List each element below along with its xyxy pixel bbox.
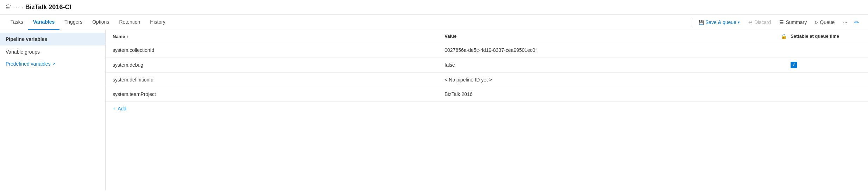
sidebar-item-variable-groups[interactable]: Variable groups — [0, 46, 105, 58]
name-column-header: Name ↑ — [113, 34, 445, 39]
settable-column-header: Settable at queue time — [791, 34, 861, 39]
toolbar-divider — [691, 17, 691, 27]
row-name: system.debug — [113, 62, 445, 68]
toolbar-actions: 💾 Save & queue ▾ ↩ Discard ☰ Summary ▷ Q… — [695, 17, 851, 27]
row-value: < No pipeline ID yet > — [445, 77, 776, 83]
pencil-icon: ✏ — [854, 19, 859, 25]
table-row: system.definitionId < No pipeline ID yet… — [106, 73, 868, 87]
play-icon: ▷ — [815, 20, 818, 25]
save-queue-button[interactable]: 💾 Save & queue ▾ — [695, 17, 743, 27]
toolbar: Tasks Variables Triggers Options Retenti… — [0, 15, 868, 30]
more-actions-button[interactable]: ··· — [839, 17, 851, 27]
summary-icon: ☰ — [779, 19, 784, 25]
row-value: BizTalk 2016 — [445, 91, 776, 97]
value-column-header: Value — [445, 34, 776, 39]
sort-icon[interactable]: ↑ — [126, 34, 128, 38]
row-name: system.definitionId — [113, 77, 445, 83]
row-name: system.collectionId — [113, 47, 445, 53]
save-icon: 💾 — [698, 20, 704, 25]
edit-button[interactable]: ✏ — [851, 17, 862, 28]
predefined-variables-label: Predefined variables — [6, 61, 51, 67]
tab-tasks[interactable]: Tasks — [6, 15, 28, 30]
page-title: BizTalk 2016-CI — [25, 4, 71, 11]
tab-history[interactable]: History — [145, 15, 170, 30]
sidebar-item-pipeline-variables[interactable]: Pipeline variables — [0, 33, 105, 46]
app-icon: 🏛 — [6, 4, 11, 11]
variables-table: Name ↑ Value 🔒 Settable at queue time sy… — [106, 30, 868, 190]
queue-button[interactable]: ▷ Queue — [812, 17, 838, 27]
row-value: 0027856a-de5c-4d19-8337-cea99501ec0f — [445, 47, 776, 53]
undo-icon: ↩ — [748, 19, 753, 25]
ellipsis-icon: ··· — [843, 19, 847, 25]
add-label: Add — [118, 106, 126, 111]
breadcrumb: 🏛 ··· › BizTalk 2016-CI — [0, 0, 868, 15]
main-content: Pipeline variables Variable groups Prede… — [0, 30, 868, 190]
queue-label: Queue — [820, 19, 835, 25]
nav-tabs: Tasks Variables Triggers Options Retenti… — [6, 15, 687, 30]
add-variable-button[interactable]: + Add — [106, 102, 133, 116]
tab-triggers[interactable]: Triggers — [59, 15, 87, 30]
summary-label: Summary — [786, 19, 807, 25]
dropdown-chevron-icon: ▾ — [738, 20, 740, 25]
summary-button[interactable]: ☰ Summary — [776, 17, 810, 27]
table-header: Name ↑ Value 🔒 Settable at queue time — [106, 30, 868, 43]
table-row: system.debug false ✓ — [106, 57, 868, 73]
discard-button[interactable]: ↩ Discard — [745, 17, 774, 27]
external-link-icon: ↗ — [52, 62, 55, 66]
row-settable: ✓ — [791, 62, 861, 68]
breadcrumb-chevron: › — [22, 5, 23, 10]
predefined-variables-link[interactable]: Predefined variables ↗ — [0, 58, 105, 69]
table-row: system.collectionId 0027856a-de5c-4d19-8… — [106, 43, 868, 57]
sidebar: Pipeline variables Variable groups Prede… — [0, 30, 106, 190]
row-value: false — [445, 62, 776, 68]
settable-checkbox[interactable]: ✓ — [791, 62, 797, 68]
more-dots[interactable]: ··· — [13, 5, 20, 10]
row-name: system.teamProject — [113, 91, 445, 97]
lock-column-header: 🔒 — [776, 34, 791, 39]
discard-label: Discard — [754, 19, 771, 25]
tab-options[interactable]: Options — [87, 15, 114, 30]
tab-retention[interactable]: Retention — [114, 15, 145, 30]
save-queue-label: Save & queue — [705, 19, 736, 25]
add-icon: + — [113, 106, 115, 111]
table-row: system.teamProject BizTalk 2016 — [106, 87, 868, 102]
tab-variables[interactable]: Variables — [28, 15, 60, 30]
